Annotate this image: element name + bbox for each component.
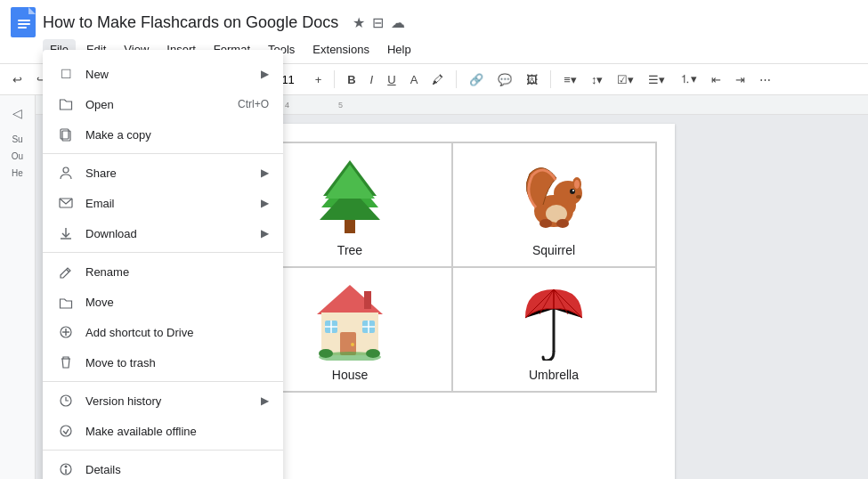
font-size-increase[interactable]: +: [310, 69, 328, 90]
underline-button[interactable]: U: [382, 69, 401, 90]
menu-item-make-offline[interactable]: Make available offline: [43, 416, 283, 446]
checklist-button[interactable]: ☑▾: [612, 69, 639, 90]
sidebar-back-icon[interactable]: ◁: [9, 102, 26, 124]
move-trash-label: Move to trash: [85, 356, 269, 369]
menu-item-rename[interactable]: Rename: [43, 256, 283, 287]
share-label: Share: [85, 166, 261, 180]
italic-button[interactable]: I: [365, 69, 379, 90]
toolbar-separator-5: [456, 70, 457, 88]
star-icon[interactable]: ★: [353, 14, 365, 31]
svg-point-16: [570, 189, 575, 194]
flashcard-umbrella: Umbrella: [452, 267, 656, 392]
title-icons: ★ ⊟ ☁: [353, 14, 405, 31]
svg-point-36: [366, 349, 380, 358]
house-svg: [312, 280, 388, 361]
house-label: House: [332, 368, 368, 382]
offline-icon: [57, 422, 75, 440]
menu-item-add-shortcut[interactable]: Add shortcut to Drive: [43, 317, 283, 347]
svg-point-27: [351, 343, 354, 346]
menu-item-make-copy[interactable]: Make a copy: [43, 119, 283, 150]
svg-rect-24: [364, 291, 371, 309]
move-label: Move: [85, 296, 269, 309]
house-image: [258, 277, 442, 364]
version-history-arrow: ▶: [261, 394, 269, 407]
download-arrow: ▶: [261, 227, 269, 240]
make-copy-label: Make a copy: [85, 128, 269, 142]
download-icon: [57, 224, 75, 242]
sidebar-label-su: Su: [12, 134, 22, 144]
trash-icon: [57, 353, 75, 371]
version-history-icon: [57, 392, 75, 410]
left-sidebar: ◁ Su Ou He: [0, 95, 36, 479]
share-arrow: ▶: [261, 166, 269, 179]
title-bar: How to Make Flashcards on Google Docs ★ …: [0, 0, 868, 37]
squirrel-svg: [516, 156, 592, 236]
menu-item-move-trash[interactable]: Move to trash: [43, 347, 283, 378]
svg-marker-23: [317, 285, 383, 314]
details-label: Details: [85, 463, 269, 476]
open-icon: [57, 95, 75, 113]
menu-section-2: Share ▶ Email ▶ Download ▶: [43, 154, 283, 253]
menu-section-5: Details Language ▶ Page setup: [43, 451, 283, 479]
menu-item-details[interactable]: Details: [43, 454, 283, 479]
doc-page: Tree: [230, 124, 675, 479]
svg-text:5: 5: [338, 101, 343, 110]
details-icon: [57, 460, 75, 478]
comment-button[interactable]: 💬: [492, 69, 517, 90]
list-button[interactable]: ☰▾: [643, 69, 670, 90]
toolbar-separator-4: [334, 70, 335, 88]
menu-item-version-history[interactable]: Version history ▶: [43, 386, 283, 416]
umbrella-svg: [516, 280, 592, 361]
svg-point-54: [65, 466, 68, 468]
menu-section-3: Rename Move Add shortcut to Drive Move t…: [43, 253, 283, 382]
menu-item-extensions[interactable]: Extensions: [305, 39, 377, 60]
new-icon: ☐: [57, 65, 75, 83]
bold-button[interactable]: B: [342, 69, 361, 90]
svg-point-21: [539, 219, 552, 228]
indent-increase-button[interactable]: ⇥: [730, 69, 750, 90]
file-dropdown-menu: ☐ New ▶ Open Ctrl+O Make a copy Share ▶: [43, 50, 283, 479]
tree-label: Tree: [337, 243, 362, 257]
image-button[interactable]: 🖼: [521, 69, 543, 90]
doc-icon: [11, 7, 36, 37]
toolbar-separator-6: [550, 70, 551, 88]
align-button[interactable]: ≡▾: [558, 69, 582, 90]
undo-button[interactable]: ↩: [7, 69, 28, 90]
new-label: New: [85, 68, 261, 81]
menu-section-1: ☐ New ▶ Open Ctrl+O Make a copy: [43, 55, 283, 154]
menu-item-share[interactable]: Share ▶: [43, 158, 283, 188]
menu-item-move[interactable]: Move: [43, 287, 283, 317]
text-color-button[interactable]: A: [405, 69, 424, 90]
svg-point-44: [63, 167, 69, 173]
umbrella-image: [462, 277, 646, 364]
svg-point-15: [574, 180, 580, 189]
svg-text:4: 4: [285, 101, 289, 110]
svg-line-48: [67, 270, 69, 272]
rename-icon: [57, 263, 75, 280]
menu-item-new[interactable]: ☐ New ▶: [43, 59, 283, 89]
email-icon: [57, 194, 75, 212]
menu-item-help[interactable]: Help: [380, 39, 418, 60]
menu-item-download[interactable]: Download ▶: [43, 218, 283, 248]
rename-label: Rename: [85, 265, 269, 279]
highlight-button[interactable]: 🖍: [426, 69, 449, 90]
make-offline-label: Make available offline: [85, 425, 269, 438]
svg-point-17: [572, 190, 574, 191]
squirrel-image: [462, 152, 646, 240]
menu-item-open[interactable]: Open Ctrl+O: [43, 89, 283, 119]
link-button[interactable]: 🔗: [464, 69, 489, 90]
indent-decrease-button[interactable]: ⇤: [706, 69, 726, 90]
ordered-list-button[interactable]: ⒈▾: [674, 68, 702, 91]
svg-point-22: [556, 219, 569, 228]
copy-icon: [57, 126, 75, 143]
drive-icon[interactable]: ⊟: [372, 14, 384, 31]
more-options-button[interactable]: ⋯: [754, 69, 776, 90]
menu-item-email[interactable]: Email ▶: [43, 188, 283, 218]
email-arrow: ▶: [261, 197, 269, 209]
squirrel-label: Squirrel: [532, 243, 575, 257]
add-shortcut-label: Add shortcut to Drive: [85, 326, 269, 339]
flashcard-squirrel: Squirrel: [452, 142, 656, 267]
line-spacing-button[interactable]: ↕▾: [586, 69, 609, 90]
flashcard-grid: Tree: [247, 142, 657, 393]
svg-point-53: [61, 426, 71, 436]
